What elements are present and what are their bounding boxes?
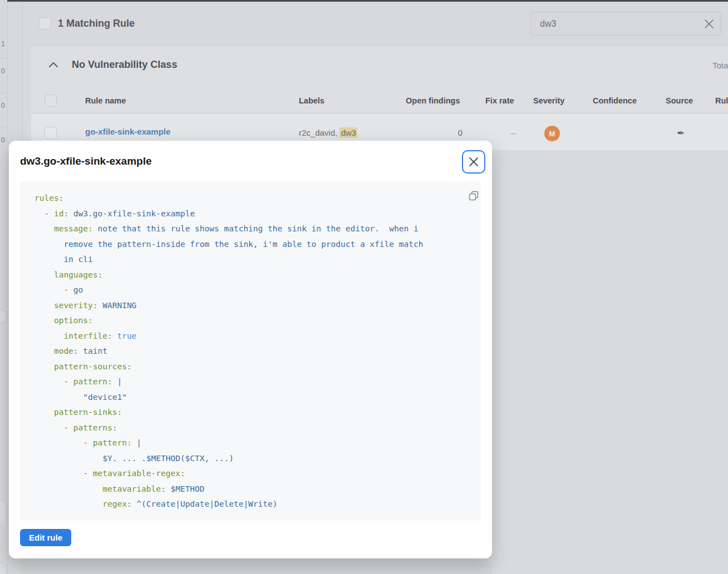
labels-highlighted-match: dw3 (340, 127, 357, 138)
copy-icon (469, 191, 479, 201)
chevron-up-icon (48, 62, 58, 68)
code-line: pattern-sources: (35, 359, 470, 375)
select-row-checkbox[interactable] (45, 127, 57, 139)
close-button[interactable] (462, 150, 485, 174)
code-line: in cli (35, 252, 470, 268)
column-header-open-findings[interactable]: Open findings (406, 96, 460, 105)
labels-text: r2c_david, (299, 128, 340, 137)
severity-badge: M (544, 126, 560, 141)
code-line: mode: taint (35, 344, 470, 359)
code-line: severity: WARNING (35, 298, 470, 314)
code-line: - patterns: (35, 420, 470, 436)
code-line: metavariable: $METHOD (35, 482, 470, 497)
rule-search-box (530, 12, 721, 36)
labels-cell: r2c_david, dw3 (299, 128, 357, 137)
code-line: - id: dw3.go-xfile-sink-example (35, 206, 470, 222)
rail-row-divider (0, 58, 7, 58)
code-line: "device1" (35, 390, 470, 405)
rail-count: 0 (0, 136, 5, 145)
code-line: $Y. ... .$METHOD($CTX, ...) (35, 451, 470, 467)
copy-code-button[interactable] (468, 190, 480, 202)
select-all-checkbox[interactable] (39, 17, 51, 29)
column-header-rule-name[interactable]: Rule name (85, 96, 126, 105)
edge-partial-button (0, 563, 7, 574)
rule-name-link[interactable]: go-xfile-sink-example (85, 127, 170, 136)
total-label: Total (712, 61, 728, 70)
rule-detail-modal: dw3.go-xfile-sink-example rules: - id: d… (9, 141, 492, 558)
column-header-labels[interactable]: Labels (299, 96, 324, 105)
code-line: - metavariable-regex: (35, 466, 470, 482)
clear-search-icon[interactable] (701, 16, 717, 32)
code-line: remove the pattern-inside from the sink,… (35, 237, 470, 253)
modal-title: dw3.go-xfile-sink-example (20, 155, 152, 167)
fix-rate-cell: – (485, 128, 515, 137)
code-line: languages: (35, 268, 470, 283)
code-line: regex: ^(Create|Update|Delete|Write) (35, 497, 470, 512)
column-header-confidence[interactable]: Confidence (593, 96, 637, 105)
collapse-group-button[interactable] (47, 59, 60, 70)
rail-count: 0 (0, 67, 5, 76)
close-icon (469, 157, 479, 167)
code-line: - pattern: | (35, 374, 470, 390)
group-title: No Vulnerability Class (72, 59, 177, 71)
column-header-fix-rate[interactable]: Fix rate (485, 96, 514, 105)
code-line: - pattern: | (35, 436, 470, 451)
column-header-ruleset[interactable]: Rule (715, 96, 728, 105)
column-header-severity[interactable]: Severity (533, 96, 564, 105)
open-findings-cell: 0 (406, 128, 463, 137)
matching-rules-count: 1 Matching Rule (58, 18, 135, 29)
edit-rule-button[interactable]: Edit rule (20, 529, 71, 546)
code-line: interfile: true (35, 329, 470, 344)
code-line: - go (35, 283, 470, 298)
edge-partial-button (0, 499, 7, 526)
rail-count: 0 (0, 101, 5, 110)
pen-nib-source-icon: ✒ (677, 127, 685, 138)
code-line: rules: (35, 191, 470, 206)
yaml-code-block: rules: - id: dw3.go-xfile-sink-example m… (20, 182, 481, 521)
search-input[interactable] (531, 12, 701, 35)
rail-row-divider (0, 127, 7, 127)
left-rail-divider (7, 0, 8, 574)
background-panel (20, 563, 492, 574)
code-line: pattern-sinks: (35, 405, 470, 420)
rail-row-divider (0, 92, 7, 93)
rail-count: 1 (0, 39, 5, 48)
column-header-source[interactable]: Source (666, 96, 693, 105)
select-group-checkbox[interactable] (45, 95, 57, 107)
code-line: message: note that this rule shows match… (35, 221, 470, 237)
code-line: options: (35, 313, 470, 329)
